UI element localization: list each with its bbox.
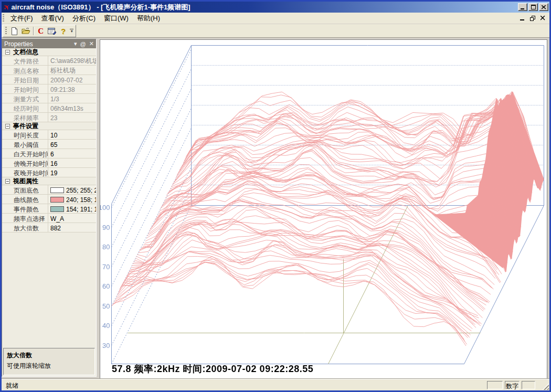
status-indicator-2 — [522, 381, 535, 389]
toolbar-row: C ? ▾ — [2, 24, 549, 38]
window-title: aircraft noise（ISO3891） - [飞机噪声分析1-事件1频谱… — [12, 3, 517, 12]
property-label: 夜晚开始时间 — [2, 168, 48, 177]
property-label: 频率点选择 — [2, 214, 48, 223]
property-value[interactable]: 10 — [48, 130, 96, 139]
analysis-icon[interactable]: C — [35, 26, 46, 36]
section-header-2[interactable]: 视图属性 — [2, 177, 96, 185]
property-value[interactable]: 154; 191; 18 — [48, 204, 96, 213]
properties-panel: Properties ▾ @ ✕ 文档信息文件路径C:\awa6298\机场测点… — [2, 39, 97, 377]
property-value: 2009-07-02 — [48, 75, 96, 84]
mdi-minimize-button[interactable] — [520, 16, 525, 20]
property-value[interactable]: 19 — [48, 168, 96, 177]
menu-item-3[interactable]: 窗口(W) — [100, 12, 133, 25]
menubar-grip[interactable] — [3, 14, 4, 23]
property-value[interactable]: 240; 158; 15 — [48, 195, 96, 204]
property-description-text: 可使用滚轮缩放 — [7, 362, 91, 370]
open-file-icon[interactable] — [20, 26, 31, 36]
waterfall-spectrum-chart[interactable] — [100, 40, 547, 379]
status-bar: 就绪 数字 — [2, 379, 549, 390]
status-indicator-0 — [487, 381, 503, 389]
property-row: 采样频率23 — [2, 113, 96, 122]
property-label: 放大倍数 — [2, 223, 48, 232]
pin-icon[interactable]: @ — [80, 41, 86, 47]
properties-icon[interactable] — [46, 26, 57, 36]
property-grid-filler — [2, 232, 96, 347]
property-value[interactable]: 16 — [48, 158, 96, 167]
property-row: 白天开始时间6 — [2, 149, 96, 158]
spectrum-chart-window: 57.8 频率:2kHz 时间:2009-07-02 09:22:28.55 — [100, 39, 547, 379]
property-value-text: W_A — [50, 215, 64, 223]
property-label: 曲线颜色 — [2, 195, 48, 204]
property-value[interactable]: 65 — [48, 140, 96, 149]
property-value-text: 255; 255; 25 — [66, 187, 96, 194]
property-row: 测点名称栎社机场 — [2, 66, 96, 75]
property-row: 夜晚开始时间19 — [2, 168, 96, 177]
section-title: 视图属性 — [13, 177, 38, 186]
property-label: 傍晚开始时间 — [2, 158, 48, 167]
mdi-close-button[interactable] — [541, 16, 545, 20]
new-document-icon[interactable] — [9, 26, 20, 36]
color-swatch[interactable] — [50, 197, 64, 203]
property-row: 文件路径C:\awa6298\机场 — [2, 56, 96, 66]
menu-items: 文件(F)查看(V)分析(C)窗口(W)帮助(H) — [6, 12, 164, 25]
property-label: 页面底色 — [2, 185, 48, 194]
toolbar-grip[interactable] — [5, 27, 7, 35]
property-value-text: 09:21:38 — [50, 86, 75, 93]
chevron-down-icon[interactable]: ▾ — [74, 40, 77, 47]
minimize-button[interactable] — [518, 3, 527, 11]
property-description-title: 放大倍数 — [7, 351, 91, 360]
property-row: 开始日期2009-07-02 — [2, 75, 96, 84]
property-value[interactable]: 255; 255; 25 — [48, 185, 96, 194]
properties-panel-header[interactable]: Properties ▾ @ ✕ — [2, 39, 96, 48]
property-label: 事件颜色 — [2, 204, 48, 213]
property-description-box: 放大倍数 可使用滚轮缩放 — [3, 348, 95, 375]
status-indicator-1: 数字 — [505, 381, 520, 389]
resize-grip[interactable] — [542, 383, 549, 390]
property-label: 测点名称 — [2, 66, 48, 75]
toolbar-separator — [33, 27, 34, 35]
property-value-text: 16 — [50, 160, 57, 167]
property-label: 时间长度 — [2, 130, 48, 139]
property-value[interactable]: W_A — [48, 214, 96, 223]
property-label: 文件路径 — [2, 56, 48, 65]
menu-item-4[interactable]: 帮助(H) — [133, 12, 164, 25]
color-swatch[interactable] — [50, 187, 64, 193]
close-button[interactable] — [539, 3, 548, 11]
collapse-icon[interactable] — [5, 50, 10, 55]
menu-item-1[interactable]: 查看(V) — [37, 12, 68, 25]
menu-item-2[interactable]: 分析(C) — [68, 12, 100, 25]
property-row: 放大倍数882 — [2, 223, 96, 232]
toolbar-overflow-icon[interactable]: ▾ — [69, 29, 75, 33]
property-row: 经历时间06h34m13s — [2, 103, 96, 113]
property-value-text: 23 — [50, 114, 57, 122]
help-icon[interactable]: ? — [58, 26, 69, 36]
property-label: 经历时间 — [2, 103, 48, 112]
collapse-icon[interactable] — [5, 179, 10, 184]
collapse-icon[interactable] — [5, 124, 10, 129]
mdi-restore-button[interactable] — [530, 16, 535, 21]
maximize-button[interactable] — [528, 3, 538, 11]
property-value: C:\awa6298\机场 — [48, 56, 96, 65]
section-title: 文档信息 — [13, 48, 38, 57]
section-header-0[interactable]: 文档信息 — [2, 48, 96, 56]
property-value-text: 6 — [50, 151, 54, 158]
property-value: 栎社机场 — [48, 66, 96, 75]
property-label: 测量方式 — [2, 94, 48, 103]
color-swatch[interactable] — [50, 206, 64, 212]
section-header-1[interactable]: 事件设置 — [2, 122, 96, 130]
property-value[interactable]: 6 — [48, 149, 96, 158]
property-value-text: 240; 158; 15 — [66, 196, 96, 204]
property-grid: 文档信息文件路径C:\awa6298\机场测点名称栎社机场开始日期2009-07… — [2, 48, 96, 232]
properties-panel-title: Properties — [4, 40, 71, 48]
property-value-text: 882 — [50, 225, 61, 232]
property-value[interactable]: 882 — [48, 223, 96, 232]
property-value-text: C:\awa6298\机场 — [50, 57, 96, 65]
property-label: 采样频率 — [2, 113, 48, 122]
property-label: 最小阈值 — [2, 140, 48, 149]
property-label: 开始时间 — [2, 84, 48, 93]
title-bar[interactable]: ✈ aircraft noise（ISO3891） - [飞机噪声分析1-事件1… — [2, 2, 549, 13]
property-row: 最小阈值65 — [2, 140, 96, 149]
close-icon[interactable]: ✕ — [89, 40, 94, 47]
menu-item-0[interactable]: 文件(F) — [6, 12, 37, 25]
airplane-icon: ✈ — [2, 2, 12, 13]
